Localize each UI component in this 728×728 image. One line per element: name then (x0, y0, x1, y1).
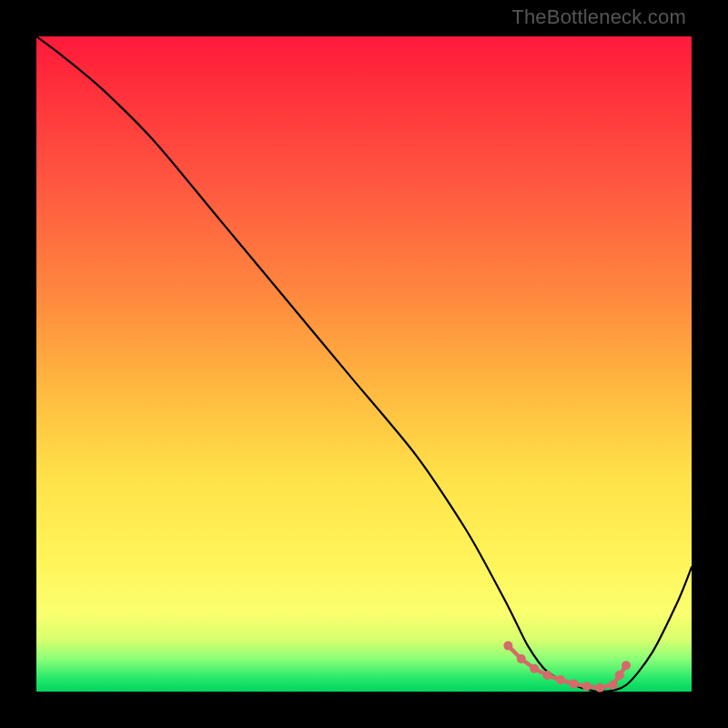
chart-frame (36, 36, 692, 692)
watermark-text: TheBottleneck.com (511, 5, 686, 29)
optimal-range-point (595, 683, 604, 693)
optimal-range-point (543, 671, 552, 680)
bottleneck-curve (36, 36, 692, 692)
optimal-range-point (622, 661, 631, 670)
chart-svg (36, 36, 692, 692)
optimal-range-point (569, 679, 578, 688)
optimal-range-point (530, 664, 539, 673)
optimal-range-point (615, 671, 624, 680)
optimal-range-point (517, 654, 526, 663)
optimal-range-point (609, 681, 618, 690)
optimal-range-point (582, 682, 592, 691)
optimal-range-markers (503, 642, 631, 693)
optimal-range-point (556, 675, 565, 684)
optimal-range-point (503, 642, 512, 651)
